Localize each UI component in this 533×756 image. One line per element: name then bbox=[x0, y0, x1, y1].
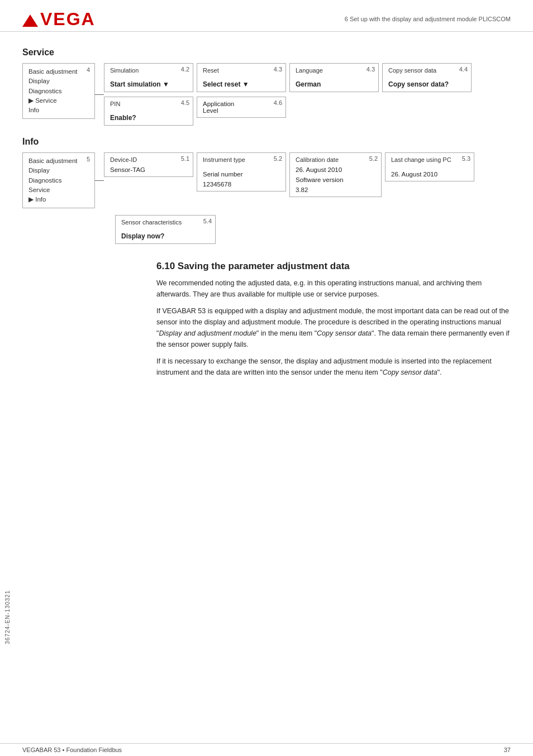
info-sub-rows: 5.1 Device-ID Sensor-TAG 5.2 Instrument … bbox=[104, 152, 474, 197]
reset-value: Select reset ▼ bbox=[203, 80, 280, 88]
service-pin-box: 4.5 PIN Enable? bbox=[104, 97, 193, 126]
page-content: Service 4 Basic adjustment Display Diagn… bbox=[0, 32, 533, 400]
service-sub-rows: 4.2 Simulation Start simulation ▼ 4.3 Re… bbox=[104, 63, 472, 126]
app-value: Level bbox=[203, 107, 280, 114]
footer-left: VEGABAR 53 • Foundation Fieldbus bbox=[22, 747, 122, 753]
info-row-2-wrapper: 5.4 Sensor characteristics Display now? bbox=[115, 215, 511, 244]
menu-item-diagnostics: Diagnostics bbox=[28, 87, 89, 96]
reset-num: 4.3 bbox=[274, 66, 282, 73]
page-footer: VEGABAR 53 • Foundation Fieldbus 37 bbox=[0, 743, 533, 756]
inst-serial-value: 12345678 bbox=[203, 181, 280, 188]
logo-triangle-icon bbox=[22, 15, 38, 27]
menu-item-display: Display bbox=[28, 76, 89, 86]
side-label: 36724-EN-130321 bbox=[4, 590, 11, 644]
devid-value: Sensor-TAG bbox=[110, 166, 187, 173]
service-menu-num: 4 bbox=[87, 66, 90, 73]
info-diagram: 5 Basic adjustment Display Diagnostics S… bbox=[22, 152, 511, 208]
pin-num: 4.5 bbox=[181, 99, 189, 106]
service-copy-box: 4.4 Copy sensor data Copy sensor data? bbox=[382, 63, 472, 92]
sc-title: Sensor characteristics bbox=[121, 219, 210, 226]
section-610-title: 6.10 Saving the parameter adjustment dat… bbox=[156, 261, 511, 272]
cal-title: Calibration date bbox=[296, 156, 375, 163]
info-lastchange-box: 5.3 Last change using PC 26. August 2010 bbox=[385, 152, 474, 181]
app-title: Application bbox=[203, 101, 280, 107]
menu-item-info: Info bbox=[28, 106, 89, 115]
sim-value: Start simulation ▼ bbox=[110, 80, 187, 88]
info-calibration-box: 5.2 Calibration date 26. August 2010 Sof… bbox=[289, 152, 382, 197]
lc-num: 5.3 bbox=[462, 155, 470, 162]
logo: VEGA bbox=[22, 10, 96, 28]
service-app-box: 4.6 Application Level bbox=[197, 97, 286, 118]
header-subtitle: 6 Set up with the display and adjustment… bbox=[345, 16, 511, 22]
info-menu-basic: Basic adjustment bbox=[28, 156, 89, 166]
info-instrument-box: 5.2 Instrument type Serial number 123456… bbox=[197, 152, 286, 192]
app-num: 4.6 bbox=[274, 99, 282, 106]
copy-title: Copy sensor data bbox=[388, 67, 465, 74]
service-row-1: 4.2 Simulation Start simulation ▼ 4.3 Re… bbox=[104, 63, 472, 92]
info-menu-display: Display bbox=[28, 166, 89, 175]
info-menu-service: Service bbox=[28, 185, 89, 195]
connector-line bbox=[95, 94, 104, 95]
section-610-para1: We recommended noting the adjusted data,… bbox=[156, 277, 511, 300]
service-diagram: 4 Basic adjustment Display Diagnostics S… bbox=[22, 63, 511, 126]
sc-value: Display now? bbox=[121, 232, 210, 240]
devid-title: Device-ID bbox=[110, 156, 187, 163]
info-section-title: Info bbox=[22, 137, 511, 147]
inst-num: 5.2 bbox=[274, 155, 282, 162]
page-header: VEGA 6 Set up with the display and adjus… bbox=[0, 0, 533, 32]
menu-item-basic: Basic adjustment bbox=[28, 67, 89, 76]
sc-num: 5.4 bbox=[203, 218, 212, 224]
section-610: 6.10 Saving the parameter adjustment dat… bbox=[22, 261, 511, 378]
italic-copy1: Copy sensor data bbox=[317, 329, 372, 337]
service-row-2: 4.5 PIN Enable? 4.6 Application Level bbox=[104, 97, 472, 126]
cal-date: 26. August 2010 bbox=[296, 166, 375, 173]
info-sensorchar-box: 5.4 Sensor characteristics Display now? bbox=[115, 215, 216, 244]
lc-title: Last change using PC bbox=[391, 156, 468, 163]
service-menu-box: 4 Basic adjustment Display Diagnostics S… bbox=[22, 63, 95, 119]
info-deviceid-box: 5.1 Device-ID Sensor-TAG bbox=[104, 152, 193, 177]
info-menu-box: 5 Basic adjustment Display Diagnostics S… bbox=[22, 152, 95, 208]
italic-display: Display and adjustment module bbox=[159, 329, 256, 337]
section-610-para3: If it is necessary to exchange the senso… bbox=[156, 356, 511, 378]
info-menu-info-active: Info bbox=[28, 195, 89, 204]
lang-value: German bbox=[296, 80, 373, 88]
copy-num: 4.4 bbox=[459, 66, 468, 73]
lc-date: 26. August 2010 bbox=[391, 171, 468, 178]
lang-num: 4.3 bbox=[367, 66, 375, 73]
info-row-1: 5.1 Device-ID Sensor-TAG 5.2 Instrument … bbox=[104, 152, 474, 197]
pin-value: Enable? bbox=[110, 114, 187, 122]
inst-serial-label: Serial number bbox=[203, 171, 280, 178]
footer-right: 37 bbox=[504, 747, 511, 753]
inst-title: Instrument type bbox=[203, 156, 280, 163]
sw-label: Software version bbox=[296, 176, 375, 183]
reset-title: Reset bbox=[203, 67, 280, 74]
info-connector bbox=[95, 180, 104, 181]
sim-title: Simulation bbox=[110, 67, 187, 74]
pin-title: PIN bbox=[110, 101, 187, 107]
sim-num: 4.2 bbox=[181, 66, 189, 73]
devid-num: 5.1 bbox=[181, 155, 189, 162]
copy-value: Copy sensor data? bbox=[388, 80, 465, 88]
service-language-box: 4.3 Language German bbox=[289, 63, 379, 92]
service-reset-box: 4.3 Reset Select reset ▼ bbox=[197, 63, 286, 92]
service-section-title: Service bbox=[22, 47, 511, 58]
info-menu-num: 5 bbox=[87, 156, 90, 162]
italic-copy2: Copy sensor data bbox=[383, 369, 437, 376]
service-simulation-box: 4.2 Simulation Start simulation ▼ bbox=[104, 63, 193, 92]
lang-title: Language bbox=[296, 67, 373, 74]
cal-num: 5.2 bbox=[369, 155, 378, 162]
menu-item-service-active: Service bbox=[28, 96, 89, 106]
info-menu-diag: Diagnostics bbox=[28, 176, 89, 185]
sw-value: 3.82 bbox=[296, 186, 375, 193]
section-610-para2: If VEGABAR 53 is equipped with a display… bbox=[156, 305, 511, 350]
